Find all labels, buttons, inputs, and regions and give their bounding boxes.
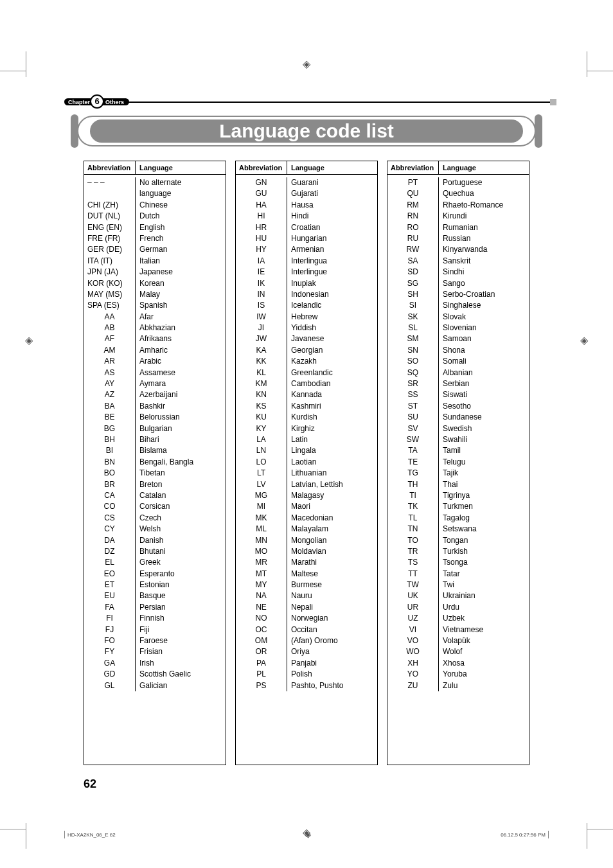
cell-lang: Hindi xyxy=(287,211,377,222)
cell-lang: English xyxy=(136,222,226,233)
table-row: FIFinnish xyxy=(84,613,226,624)
registration-mark-icon: ◈ xyxy=(300,58,313,71)
cell-lang: Bashkir xyxy=(136,401,226,412)
cell-abbr: BG xyxy=(84,423,136,434)
cell-abbr: TK xyxy=(387,501,439,512)
table-row: DADanish xyxy=(84,535,226,546)
cell-abbr: JPN (JA) xyxy=(84,267,136,278)
cell-abbr: DZ xyxy=(84,546,136,557)
cell-lang: Pashto, Pushto xyxy=(287,680,377,691)
table-row: PSPashto, Pushto xyxy=(236,680,377,691)
cell-lang: Malay xyxy=(136,289,226,300)
cell-lang: Afar xyxy=(136,312,226,323)
cell-lang: Oriya xyxy=(287,646,377,657)
table-row: ETEstonian xyxy=(84,580,226,590)
cell-abbr: – – – xyxy=(84,177,136,188)
cell-abbr: RW xyxy=(387,244,439,255)
cell-lang: Rumanian xyxy=(439,222,529,233)
cell-abbr: ET xyxy=(84,580,136,590)
table-row: GLGalician xyxy=(84,680,226,691)
cell-abbr: BH xyxy=(84,434,136,445)
cell-lang: Volapük xyxy=(439,635,529,646)
cell-abbr: SO xyxy=(387,356,439,367)
table-row: JPN (JA)Japanese xyxy=(84,267,226,278)
crop-mark-icon xyxy=(574,810,613,849)
cell-lang: Siswati xyxy=(439,389,529,400)
table-row: PLPolish xyxy=(236,669,377,680)
cell-lang: Interlingue xyxy=(287,267,377,278)
table-header: AbbreviationLanguage xyxy=(387,161,529,175)
table-row: SWSwahili xyxy=(387,434,529,445)
cell-lang: Moldavian xyxy=(287,546,377,557)
table-row: LNLingala xyxy=(236,445,377,456)
table-row: TITigrinya xyxy=(387,490,529,501)
cell-lang: Czech xyxy=(136,513,226,524)
table-row: MNMongolian xyxy=(236,535,377,546)
chapter-section: Others xyxy=(103,98,129,105)
cell-lang: Spanish xyxy=(136,300,226,311)
table-row: MKMacedonian xyxy=(236,513,377,524)
col-abbr-header: Abbreviation xyxy=(84,161,136,174)
table-row: SISinghalese xyxy=(387,300,529,311)
table-row: TNSetswana xyxy=(387,524,529,535)
cell-lang: Sundanese xyxy=(439,412,529,423)
table-row: TTTatar xyxy=(387,569,529,580)
table-row: MOMoldavian xyxy=(236,546,377,557)
cell-lang: Lithuanian xyxy=(287,468,377,479)
cell-lang: Guarani xyxy=(287,177,377,188)
cell-abbr: ML xyxy=(236,524,287,535)
cell-abbr: MG xyxy=(236,490,287,501)
table-row: VOVolapük xyxy=(387,635,529,646)
cell-abbr: AF xyxy=(84,333,136,344)
registration-mark-icon: ◈ xyxy=(578,334,591,347)
cell-abbr: AY xyxy=(84,378,136,389)
cell-abbr: SPA (ES) xyxy=(84,300,136,311)
cell-abbr: CA xyxy=(84,490,136,501)
cell-lang: Serbian xyxy=(439,378,529,389)
cell-abbr: CY xyxy=(84,524,136,535)
table-row: MRMarathi xyxy=(236,557,377,568)
cell-abbr: TN xyxy=(387,524,439,535)
table-row: MYBurmese xyxy=(236,580,377,590)
table-row: CHI (ZH)Chinese xyxy=(84,200,226,211)
cell-lang: Zulu xyxy=(439,680,529,691)
cell-lang: Abkhazian xyxy=(136,323,226,333)
col-abbr-header: Abbreviation xyxy=(236,161,287,174)
table-row: FRE (FR)French xyxy=(84,233,226,244)
cell-abbr: KU xyxy=(236,412,287,423)
cell-lang: Twi xyxy=(439,580,529,590)
cell-lang: Bihari xyxy=(136,434,226,445)
cell-abbr: JW xyxy=(236,333,287,344)
table-row: SRSerbian xyxy=(387,378,529,389)
cell-lang: Malayalam xyxy=(287,524,377,535)
cell-lang: Bulgarian xyxy=(136,423,226,434)
table-row: MTMaltese xyxy=(236,569,377,580)
cell-lang: Shona xyxy=(439,345,529,356)
footer-timestamp: 06.12.5 0:27:56 PM xyxy=(501,831,549,838)
cell-lang: Danish xyxy=(136,535,226,546)
table-row: FYFrisian xyxy=(84,646,226,657)
cell-abbr: BN xyxy=(84,457,136,468)
cell-lang: Tongan xyxy=(439,535,529,546)
cell-lang: Bhutani xyxy=(136,546,226,557)
table-row: OROriya xyxy=(236,646,377,657)
cell-lang: Wolof xyxy=(439,646,529,657)
cell-lang: Telugu xyxy=(439,457,529,468)
table-row: DUT (NL)Dutch xyxy=(84,211,226,222)
table-row: JIYiddish xyxy=(236,323,377,333)
table-row: HRCroatian xyxy=(236,222,377,233)
table-row: TOTongan xyxy=(387,535,529,546)
table-row: XHXhosa xyxy=(387,658,529,669)
chapter-divider xyxy=(109,102,555,103)
cell-abbr: SG xyxy=(387,278,439,289)
cell-lang: Latin xyxy=(287,434,377,445)
table-row: language xyxy=(84,188,226,199)
language-table: AbbreviationLanguageGNGuaraniGUGujaratiH… xyxy=(235,161,378,765)
cell-lang: Samoan xyxy=(439,333,529,344)
title-banner: Language code list xyxy=(64,116,549,146)
cell-lang: Mongolian xyxy=(287,535,377,546)
cell-lang: Serbo-Croatian xyxy=(439,289,529,300)
cell-abbr: HR xyxy=(236,222,287,233)
cell-lang: Marathi xyxy=(287,557,377,568)
cell-lang: Greek xyxy=(136,557,226,568)
